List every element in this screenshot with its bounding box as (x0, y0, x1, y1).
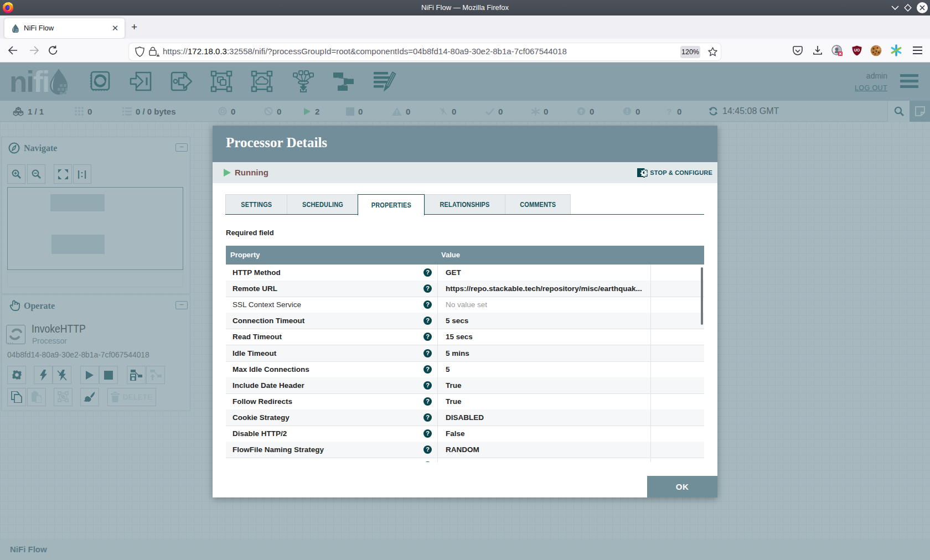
svg-text:UO: UO (854, 48, 860, 52)
